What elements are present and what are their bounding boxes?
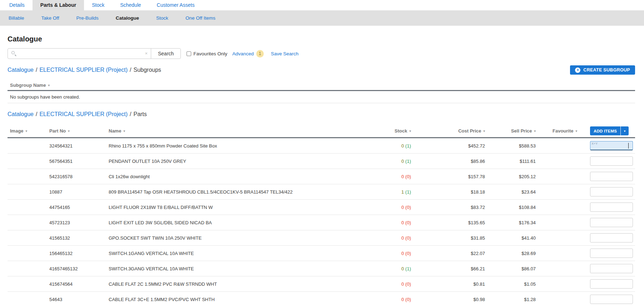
advanced-link[interactable]: Advanced 1: [232, 50, 264, 58]
stock-on-hand: 0: [401, 205, 404, 210]
quantity-input[interactable]: [590, 279, 633, 289]
quantity-input[interactable]: [590, 264, 633, 273]
clear-icon[interactable]: ×: [145, 51, 148, 56]
name-cell: 809 BRA114547 Tap OSR HEATSHROUD CBL1.5/…: [106, 184, 324, 199]
column-label: Part No: [49, 128, 66, 134]
stock-total: (0): [405, 297, 411, 302]
add-items-dropdown-arrow[interactable]: ▾: [621, 126, 629, 135]
subgroups-breadcrumb-row: Catalogue/ELECTRICAL SUPPLIER (Project)/…: [8, 65, 635, 75]
column-header-stock[interactable]: Stock ▾: [324, 125, 417, 137]
quantity-input[interactable]: [590, 233, 633, 242]
column-header-part-no[interactable]: Part No ▾: [47, 125, 106, 137]
table-row: 54643 CABLE FLAT 3C+E 1.5MM2 PVC/PVC WHT…: [8, 292, 635, 305]
quantity-input[interactable]: [590, 172, 633, 181]
quantity-input[interactable]: [590, 187, 633, 196]
image-cell: [8, 138, 47, 153]
subtab-label: Catalogue: [116, 15, 139, 21]
tab-customer-assets[interactable]: Customer Assets: [149, 0, 203, 10]
part-no-cell: 44754165: [47, 200, 106, 215]
quantity-input[interactable]: [590, 156, 633, 166]
breadcrumb-link-catalogue[interactable]: Catalogue: [8, 67, 34, 73]
column-header-name[interactable]: Name ▾: [106, 125, 324, 137]
quantity-input[interactable]: [590, 249, 633, 258]
name-cell: CABLE FLAT 2C 1.5MM2 PVC R&W STRNDD WHT: [106, 276, 324, 291]
subtab-take-off[interactable]: Take Off: [33, 10, 68, 26]
column-header-favourite[interactable]: Favourite ▾: [540, 125, 590, 137]
cost-price-cell: $0.81: [417, 276, 490, 291]
sort-arrow-icon: ▾: [534, 129, 536, 133]
save-search-link[interactable]: Save Search: [271, 51, 298, 56]
stock-cell: 0 (1): [324, 154, 417, 169]
sort-arrow-icon: ▾: [68, 129, 70, 133]
tab-schedule[interactable]: Schedule: [112, 0, 149, 10]
breadcrumb-link-catalogue[interactable]: Catalogue: [8, 111, 34, 118]
subtab-one-off-items[interactable]: One Off Items: [177, 10, 224, 26]
search-input[interactable]: [8, 48, 151, 59]
quantity-input-wrap: [590, 279, 633, 289]
quantity-input[interactable]: [590, 218, 633, 227]
favourites-only-checkbox[interactable]: [187, 51, 191, 56]
sell-price-cell: $205.12: [490, 169, 540, 184]
part-no-cell: 156465132: [47, 246, 106, 261]
column-header-cost-price[interactable]: Cost Price ▾: [417, 125, 490, 137]
table-row: 45723123 LIGHT EXIT LED 3W SGL/DBL SIDED…: [8, 215, 635, 230]
column-header-image[interactable]: Image ▾: [8, 125, 47, 137]
subtab-catalogue[interactable]: Catalogue: [107, 10, 148, 26]
quantity-cell: [590, 246, 635, 261]
tab-label: Customer Assets: [157, 2, 195, 8]
image-cell: [8, 184, 47, 199]
table-row: 41565132 GPO.SOCKET SWT TWIN 10A 250V WH…: [8, 230, 635, 246]
quantity-input-wrap: [590, 172, 633, 181]
breadcrumb-link-electrical-supplier-project[interactable]: ELECTRICAL SUPPLIER (Project): [39, 67, 128, 73]
cost-price-cell: $18.18: [417, 184, 490, 199]
sell-price-cell: $41.40: [490, 230, 540, 245]
sort-arrow-icon: ▾: [48, 84, 50, 87]
column-label: Name: [109, 128, 121, 134]
sell-price-cell: $1.28: [490, 292, 540, 305]
add-items-header-cell: ADD ITEMS ▾: [590, 125, 635, 137]
quantity-input-wrap: [590, 156, 633, 166]
name-cell: PENDANT OUTLET 10A 250V GREY: [106, 154, 324, 169]
stock-on-hand: 0: [401, 235, 404, 241]
sort-arrow-icon: ▾: [26, 129, 28, 133]
quantity-input-wrap: [590, 249, 633, 258]
sell-price-cell: $86.07: [490, 261, 540, 276]
cost-price-cell: $0.98: [417, 292, 490, 305]
part-no-cell: 542316578: [47, 169, 106, 184]
add-items-split-button: ADD ITEMS ▾: [590, 126, 629, 135]
subtab-stock[interactable]: Stock: [148, 10, 177, 26]
subtab-pre-builds[interactable]: Pre-Builds: [68, 10, 107, 26]
quantity-input[interactable]: [590, 202, 633, 212]
image-cell: [8, 169, 47, 184]
subtab-billable[interactable]: Billable: [0, 10, 33, 26]
stock-total: (0): [405, 205, 411, 210]
sell-price-cell: $1.05: [490, 276, 540, 291]
search-button[interactable]: Search: [151, 48, 181, 59]
name-cell: LIGHT FLUOR 2X18W T8 E/BALL DIFF/BATTN W: [106, 200, 324, 215]
breadcrumb-link-electrical-supplier-project[interactable]: ELECTRICAL SUPPLIER (Project): [39, 111, 128, 118]
favourite-cell: [540, 169, 590, 184]
name-cell: CABLE FLAT 3C+E 1.5MM2 PVC/PVC WHT SHTH: [106, 292, 324, 305]
quantity-input[interactable]: [590, 295, 633, 304]
add-items-button[interactable]: ADD ITEMS: [590, 126, 620, 135]
column-header-sell-price[interactable]: Sell Price ▾: [490, 125, 540, 137]
stock-on-hand: 0: [401, 174, 404, 179]
stock-total: (1): [405, 159, 411, 164]
column-label: Subgroup Name: [10, 82, 46, 88]
column-label: Favourite: [553, 128, 574, 134]
stock-on-hand: 0: [401, 143, 404, 149]
favourite-cell: [540, 246, 590, 261]
create-subgroup-button[interactable]: + CREATE SUBGROUP: [570, 65, 635, 75]
tab-stock[interactable]: Stock: [84, 0, 112, 10]
column-header-subgroup-name[interactable]: Subgroup Name ▾: [8, 80, 50, 90]
parts-breadcrumb-row: Catalogue/ELECTRICAL SUPPLIER (Project)/…: [8, 110, 635, 119]
tab-details[interactable]: Details: [1, 0, 33, 10]
tab-parts-labour[interactable]: Parts & Labour: [33, 0, 84, 10]
parts-table-header: Image ▾ Part No ▾ Name ▾ Stock ▾ Cost Pr…: [8, 125, 635, 138]
breadcrumb-current: Parts: [133, 111, 147, 118]
quantity-input-wrap: X+Y: [590, 141, 633, 150]
content-area: Catalogue × Search Favourites Only Advan…: [0, 35, 644, 305]
column-label: Cost Price: [458, 128, 481, 134]
breadcrumb-current: Subgroups: [133, 67, 161, 73]
parts-header-columns: Image ▾ Part No ▾ Name ▾ Stock ▾ Cost Pr…: [8, 125, 590, 137]
